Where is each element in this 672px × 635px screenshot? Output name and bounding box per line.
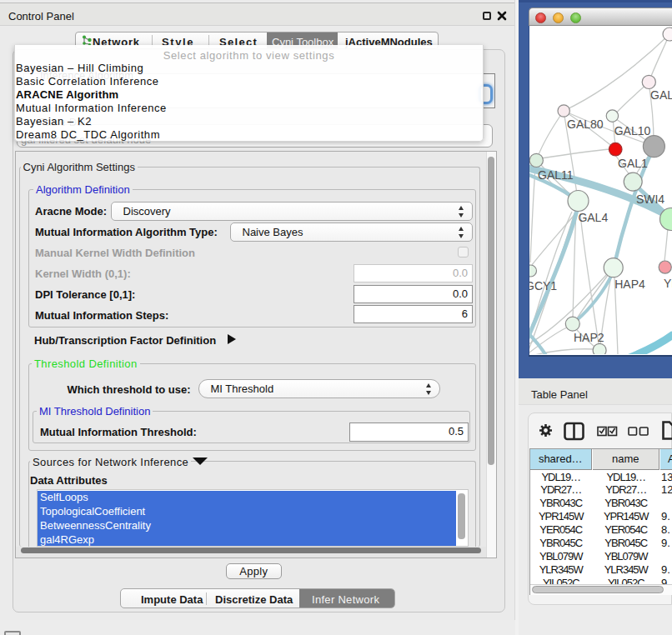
svg-text:SWI4: SWI4 [636, 192, 664, 206]
svg-text:GAL10: GAL10 [614, 124, 651, 138]
svg-text:GAL80: GAL80 [567, 118, 604, 131]
svg-text:YL: YL [664, 277, 672, 290]
svg-text:GAL2: GAL2 [650, 88, 672, 102]
svg-text:GAL4: GAL4 [578, 211, 608, 224]
svg-text:GAL1: GAL1 [618, 157, 648, 170]
svg-text:GCY1: GCY1 [529, 279, 557, 292]
svg-text:GAL11: GAL11 [538, 168, 574, 182]
svg-text:HAP4: HAP4 [614, 278, 645, 291]
svg-text:HAP2: HAP2 [574, 331, 604, 344]
